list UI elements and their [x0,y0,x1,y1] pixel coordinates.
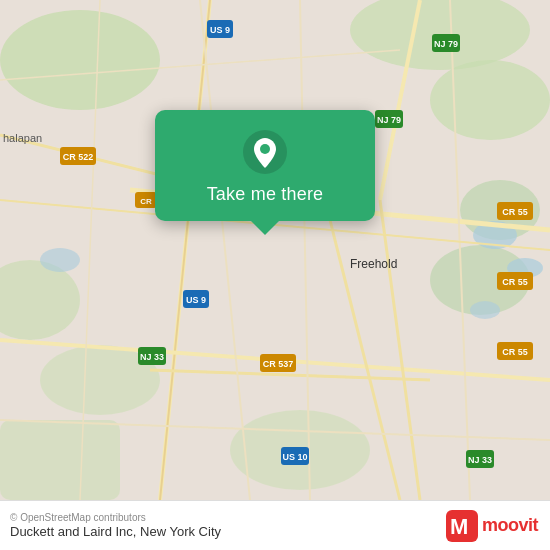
moovit-logo: M moovit [446,510,538,542]
svg-text:halapan: halapan [3,132,42,144]
svg-text:CR 537: CR 537 [263,359,294,369]
svg-text:NJ 33: NJ 33 [468,455,492,465]
svg-point-3 [430,60,550,140]
svg-text:CR 55: CR 55 [502,277,528,287]
svg-text:CR 522: CR 522 [63,152,94,162]
svg-point-12 [470,301,500,319]
svg-text:NJ 79: NJ 79 [377,115,401,125]
svg-text:NJ 79: NJ 79 [434,39,458,49]
svg-point-1 [0,10,160,110]
svg-text:CR 55: CR 55 [502,347,528,357]
map-container: US 9 NJ 79 NJ 79 CR 522 CR CR 55 CR 55 C… [0,0,550,500]
svg-rect-8 [0,420,120,500]
copyright-text: © OpenStreetMap contributors [10,512,221,523]
svg-text:US 9: US 9 [186,295,206,305]
bottom-left-info: © OpenStreetMap contributors Duckett and… [10,512,221,539]
moovit-icon: M [446,510,478,542]
location-name: Duckett and Laird Inc, New York City [10,524,221,539]
svg-text:US 9: US 9 [210,25,230,35]
popup-card[interactable]: Take me there [155,110,375,221]
svg-text:CR: CR [140,197,152,206]
svg-text:Freehold: Freehold [350,257,397,271]
svg-text:NJ 33: NJ 33 [140,352,164,362]
svg-text:US 10: US 10 [282,452,307,462]
moovit-brand-text: moovit [482,515,538,536]
svg-text:CR 55: CR 55 [502,207,528,217]
location-pin-icon [243,130,287,174]
svg-point-13 [40,248,80,272]
svg-point-59 [260,144,270,154]
bottom-bar: © OpenStreetMap contributors Duckett and… [0,500,550,550]
take-me-there-button[interactable]: Take me there [207,184,324,205]
svg-text:M: M [450,514,468,539]
